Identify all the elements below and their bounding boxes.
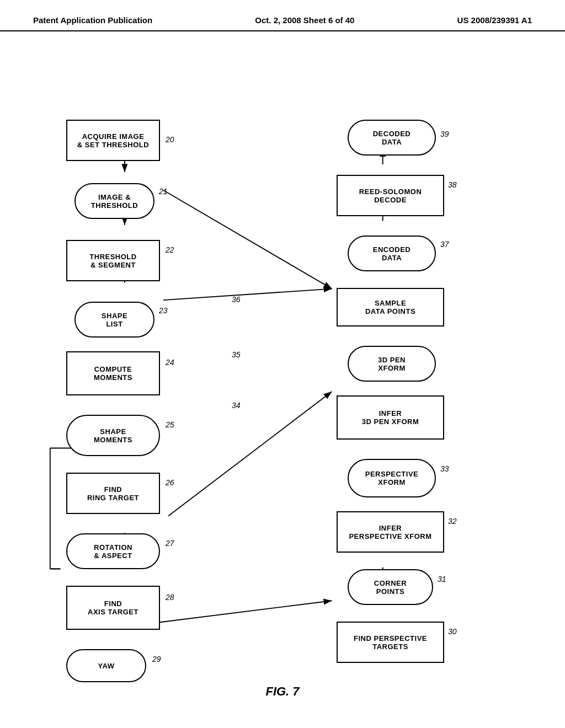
diagram-area: ACQUIRE IMAGE & SET THRESHOLD 20 IMAGE &… <box>0 37 565 715</box>
label-21: 21 <box>159 187 168 196</box>
node-acquire-image: ACQUIRE IMAGE & SET THRESHOLD <box>66 120 160 161</box>
node-shape-list: SHAPE LIST <box>74 302 154 338</box>
label-26: 26 <box>166 478 174 487</box>
node-perspective-xform: PERSPECTIVE XFORM <box>348 459 436 497</box>
label-34: 34 <box>232 401 241 410</box>
node-compute-moments: COMPUTE MOMENTS <box>66 351 160 395</box>
label-30: 30 <box>448 627 457 636</box>
label-23: 23 <box>159 306 168 315</box>
svg-line-19 <box>163 190 332 289</box>
label-38: 38 <box>448 180 457 189</box>
label-39: 39 <box>440 130 449 138</box>
node-rotation-aspect: ROTATION & ASPECT <box>66 533 160 569</box>
label-33: 33 <box>440 464 449 473</box>
label-36: 36 <box>232 295 241 304</box>
node-shape-moments: SHAPE MOMENTS <box>66 415 160 456</box>
node-encoded-data: ENCODED DATA <box>348 235 436 271</box>
svg-line-21 <box>168 392 332 516</box>
svg-line-22 <box>156 601 332 623</box>
header-publication: Patent Application Publication <box>33 15 152 25</box>
header-patent-number: US 2008/239391 A1 <box>457 15 532 25</box>
node-corner-points: CORNER POINTS <box>348 569 433 605</box>
label-27: 27 <box>166 539 174 548</box>
svg-line-20 <box>163 289 332 301</box>
header-date-sheet: Oct. 2, 2008 Sheet 6 of 40 <box>255 15 354 25</box>
figure-caption: FIG. 7 <box>265 684 299 699</box>
label-37: 37 <box>440 240 449 249</box>
node-threshold-segment: THRESHOLD & SEGMENT <box>66 240 160 281</box>
node-infer-perspective-xform: INFER PERSPECTIVE XFORM <box>337 511 444 553</box>
node-3d-pen-xform: 3D PEN XFORM <box>348 346 436 382</box>
node-yaw: YAW <box>66 649 146 682</box>
label-24: 24 <box>166 358 174 367</box>
node-decoded-data: DECODED DATA <box>348 120 436 156</box>
label-31: 31 <box>438 575 446 584</box>
node-find-perspective-targets: FIND PERSPECTIVE TARGETS <box>337 622 444 663</box>
node-reed-solomon: REED-SOLOMON DECODE <box>337 175 444 216</box>
label-28: 28 <box>166 593 174 602</box>
label-22: 22 <box>166 245 174 254</box>
node-infer-3d-pen-xform: INFER 3D PEN XFORM <box>337 395 444 440</box>
label-29: 29 <box>152 655 161 663</box>
node-find-ring-target: FIND RING TARGET <box>66 473 160 514</box>
label-35: 35 <box>232 350 241 359</box>
label-20: 20 <box>166 135 174 144</box>
label-32: 32 <box>448 517 457 526</box>
node-find-axis-target: FIND AXIS TARGET <box>66 586 160 630</box>
node-image-threshold: IMAGE & THRESHOLD <box>74 183 154 219</box>
label-25: 25 <box>166 420 174 429</box>
node-sample-data-points: SAMPLE DATA POINTS <box>337 288 444 326</box>
page-header: Patent Application Publication Oct. 2, 2… <box>0 0 565 31</box>
